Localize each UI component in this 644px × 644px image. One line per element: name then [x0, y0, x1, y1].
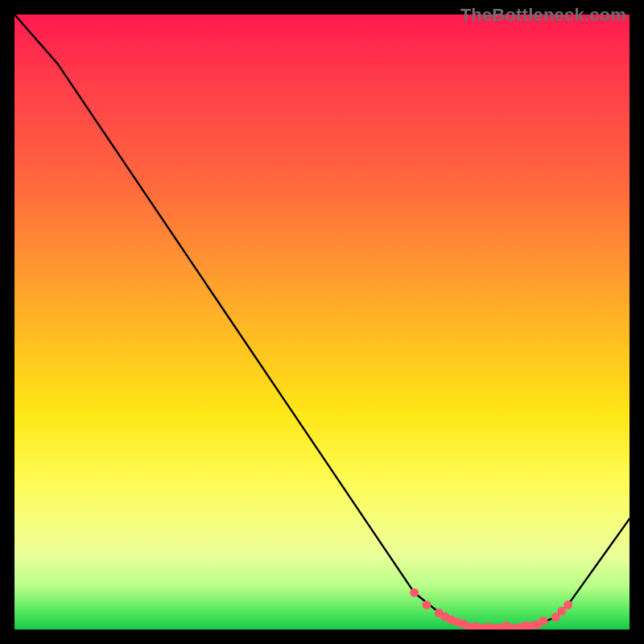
- marker-dot: [422, 601, 431, 609]
- curve-line: [14, 14, 630, 629]
- marker-dot: [410, 588, 419, 597]
- marker-dot: [539, 617, 548, 625]
- bottleneck-curve: [14, 14, 630, 630]
- attribution-label: TheBottleneck.com: [460, 5, 626, 26]
- chart-frame: TheBottleneck.com: [0, 0, 644, 644]
- marker-dot: [564, 601, 572, 609]
- plot-area: [14, 14, 630, 630]
